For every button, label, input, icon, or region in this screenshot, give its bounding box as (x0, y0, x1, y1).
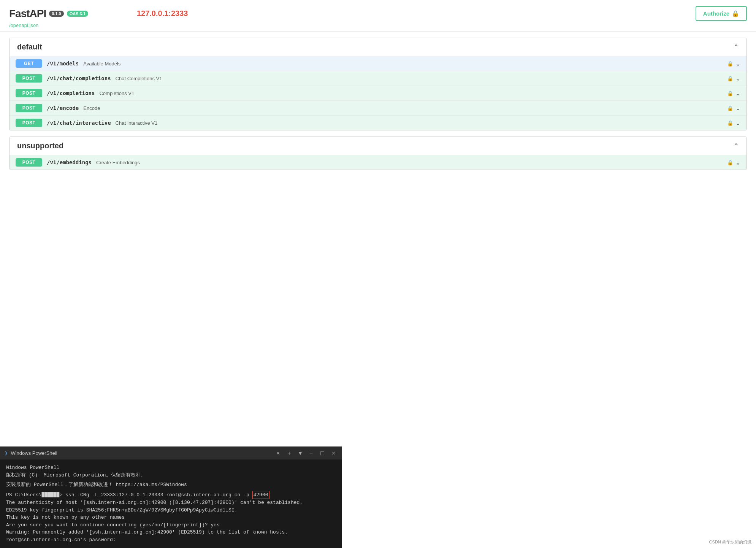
section-header-default[interactable]: default ⌃ (10, 38, 746, 56)
api-row-default-2[interactable]: POST /v1/completions Completions V1 🔒 ⌄ (10, 86, 746, 100)
expand-icon: ⌄ (735, 159, 740, 166)
lock-icon-row: 🔒 (727, 105, 733, 111)
api-row-right: 🔒 ⌄ (727, 90, 740, 97)
method-badge: POST (16, 89, 42, 97)
sections-container: default ⌃ GET /v1/models Available Model… (9, 38, 747, 170)
api-row-left: POST /v1/encode Encode (16, 104, 100, 112)
api-row-left: POST /v1/completions Completions V1 (16, 89, 134, 97)
lock-icon: 🔒 (732, 10, 739, 17)
logo-area: FastAPI 0.1.0 OAS 3.1 127.0.0.1:2333 (9, 8, 188, 20)
expand-icon: ⌄ (735, 60, 740, 67)
expand-icon: ⌄ (735, 75, 740, 82)
lock-icon-row: 🔒 (727, 76, 733, 81)
api-row-default-0[interactable]: GET /v1/models Available Models 🔒 ⌄ (10, 56, 746, 71)
oas-badge: OAS 3.1 (67, 11, 88, 17)
api-desc: Completions V1 (99, 91, 134, 96)
api-path: /v1/chat/interactive (47, 120, 111, 126)
api-desc: Chat Interactive V1 (116, 120, 158, 126)
api-row-right: 🔒 ⌄ (727, 119, 740, 127)
api-row-left: POST /v1/embeddings Create Embeddings (16, 158, 140, 167)
api-path: /v1/embeddings (47, 159, 92, 165)
method-badge: POST (16, 104, 42, 112)
authorize-button[interactable]: Authorize 🔒 (696, 6, 747, 21)
api-path: /v1/models (47, 60, 79, 67)
api-row-default-3[interactable]: POST /v1/encode Encode 🔒 ⌄ (10, 100, 746, 115)
section-header-unsupported[interactable]: unsupported ⌃ (10, 137, 746, 155)
page-header: FastAPI 0.1.0 OAS 3.1 127.0.0.1:2333 Aut… (0, 0, 756, 32)
api-desc: Create Embeddings (96, 160, 140, 165)
openapi-link[interactable]: /openapi.json (9, 22, 38, 28)
api-desc: Available Models (83, 61, 120, 67)
api-desc: Encode (83, 105, 100, 111)
api-row-right: 🔒 ⌄ (727, 159, 740, 166)
section-title-default: default (17, 43, 42, 51)
version-badge: 0.1.0 (49, 11, 63, 17)
method-badge: POST (16, 119, 42, 127)
expand-icon: ⌄ (735, 90, 740, 97)
api-row-default-1[interactable]: POST /v1/chat/completions Chat Completio… (10, 71, 746, 86)
api-row-default-4[interactable]: POST /v1/chat/interactive Chat Interacti… (10, 115, 746, 130)
expand-icon: ⌄ (735, 105, 740, 112)
api-row-left: POST /v1/chat/completions Chat Completio… (16, 74, 162, 83)
server-url: 127.0.0.1:2333 (137, 9, 188, 18)
section-default: default ⌃ GET /v1/models Available Model… (9, 38, 747, 130)
api-row-right: 🔒 ⌄ (727, 105, 740, 112)
lock-icon-row: 🔒 (727, 120, 733, 126)
logo-text: FastAPI (9, 8, 46, 20)
lock-icon-row: 🔒 (727, 91, 733, 96)
api-row-right: 🔒 ⌄ (727, 60, 740, 67)
method-badge: POST (16, 74, 42, 83)
api-path: /v1/encode (47, 105, 79, 111)
main-content: default ⌃ GET /v1/models Available Model… (0, 32, 756, 182)
api-desc: Chat Completions V1 (116, 76, 162, 81)
api-path: /v1/completions (47, 90, 95, 96)
api-path: /v1/chat/completions (47, 75, 111, 81)
expand-icon: ⌄ (735, 119, 740, 127)
lock-icon-row: 🔒 (727, 61, 733, 67)
method-badge: POST (16, 158, 42, 167)
api-row-right: 🔒 ⌄ (727, 75, 740, 82)
api-row-left: GET /v1/models Available Models (16, 59, 120, 68)
section-title-unsupported: unsupported (17, 141, 63, 150)
api-row-left: POST /v1/chat/interactive Chat Interacti… (16, 119, 157, 127)
api-row-unsupported-0[interactable]: POST /v1/embeddings Create Embeddings 🔒 … (10, 155, 746, 170)
chevron-icon-unsupported: ⌃ (733, 142, 739, 150)
lock-icon-row: 🔒 (727, 160, 733, 165)
method-badge: GET (16, 59, 42, 68)
section-unsupported: unsupported ⌃ POST /v1/embeddings Create… (9, 137, 747, 170)
chevron-icon-default: ⌃ (733, 43, 739, 51)
authorize-label: Authorize (703, 10, 729, 17)
